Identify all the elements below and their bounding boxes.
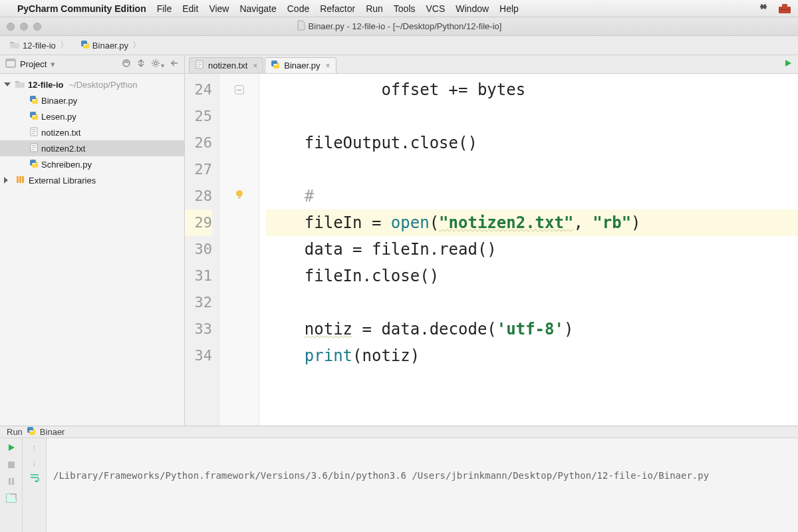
python-file-icon xyxy=(80,40,90,51)
tree-external-libraries[interactable]: External Libraries xyxy=(0,172,184,188)
svg-point-6 xyxy=(154,62,157,65)
document-icon xyxy=(297,20,306,33)
tree-root[interactable]: 12-file-io ~/Desktop/Python xyxy=(0,76,184,92)
tree-item-label: Lesen.py xyxy=(41,112,76,122)
project-tool-header[interactable]: Project ▾ ▾ xyxy=(0,55,185,73)
python-file-icon xyxy=(29,95,39,106)
code-line[interactable]: fileIn.close() xyxy=(266,263,798,289)
tab-notizen-txt[interactable]: notizen.txt × xyxy=(189,57,263,73)
code-line[interactable] xyxy=(266,103,798,130)
python-file-icon xyxy=(27,426,36,438)
hide-tool-window-icon[interactable] xyxy=(170,59,179,70)
code-line[interactable]: # xyxy=(266,183,798,209)
tree-item-label: External Libraries xyxy=(29,176,96,186)
code-line[interactable]: data = fileIn.read() xyxy=(266,236,798,263)
svg-line-13 xyxy=(153,65,154,66)
tree-file-item[interactable]: notizen2.txt xyxy=(0,140,184,156)
python-file-icon xyxy=(29,159,39,170)
line-number[interactable]: 32 xyxy=(185,289,212,316)
line-number[interactable]: 24 xyxy=(185,76,212,103)
breadcrumb-item-folder[interactable]: 12-file-io 〉 xyxy=(5,38,74,53)
pause-icon[interactable] xyxy=(7,477,16,488)
code-area[interactable]: offset += bytes fileOutput.close() # fil… xyxy=(259,74,798,426)
code-line[interactable]: offset += bytes xyxy=(266,76,798,103)
stop-icon[interactable] xyxy=(7,460,16,471)
svg-rect-34 xyxy=(12,478,14,485)
expand-triangle-icon[interactable] xyxy=(4,177,11,184)
code-line[interactable]: fileIn = open("notizen2.txt", "rb") xyxy=(266,209,798,236)
menu-run[interactable]: Run xyxy=(366,3,383,14)
fold-toggle-icon[interactable]: − xyxy=(235,85,244,94)
collapse-all-icon[interactable] xyxy=(122,59,131,70)
window-title: Binaer.py - 12-file-io - [~/Desktop/Pyth… xyxy=(309,21,502,31)
breadcrumb: 12-file-io 〉 Binaer.py 〉 xyxy=(0,36,798,55)
line-number[interactable]: 28 xyxy=(185,183,212,209)
soft-wrap-icon[interactable] xyxy=(29,473,40,484)
down-arrow-icon[interactable]: ↓ xyxy=(32,458,37,467)
menu-vcs[interactable]: VCS xyxy=(426,3,446,14)
tray-puzzle-icon[interactable] xyxy=(759,2,771,14)
code-line[interactable]: print(notiz) xyxy=(266,342,798,369)
close-tab-icon[interactable]: × xyxy=(253,61,257,70)
menu-navigate[interactable]: Navigate xyxy=(239,3,276,14)
code-line[interactable] xyxy=(266,289,798,316)
line-number-gutter[interactable]: 2425262728293031323334 xyxy=(185,74,219,426)
menu-code[interactable]: Code xyxy=(287,3,309,14)
close-tab-icon[interactable]: × xyxy=(325,61,330,70)
svg-rect-36 xyxy=(7,494,10,502)
line-number[interactable]: 27 xyxy=(185,156,212,183)
run-config-name[interactable]: Binaer xyxy=(40,427,65,437)
run-console[interactable]: /Library/Frameworks/Python.framework/Ver… xyxy=(47,438,798,532)
breadcrumb-item-file[interactable]: Binaer.py 〉 xyxy=(76,38,146,53)
project-tool-label: Project xyxy=(20,59,47,69)
line-number[interactable]: 33 xyxy=(185,316,212,342)
run-tool-header[interactable]: Run Binaer xyxy=(0,426,798,438)
menu-tools[interactable]: Tools xyxy=(394,3,416,14)
line-number[interactable]: 26 xyxy=(185,130,212,156)
line-number[interactable]: 25 xyxy=(185,103,212,130)
main-area: 12-file-io ~/Desktop/Python Binaer.pyLes… xyxy=(0,74,798,426)
rerun-icon[interactable] xyxy=(6,442,17,455)
svg-line-12 xyxy=(158,65,158,66)
line-number[interactable]: 31 xyxy=(185,263,212,289)
run-toolbar-primary xyxy=(0,438,23,532)
chevron-down-icon[interactable]: ▾ xyxy=(51,59,55,69)
line-number[interactable]: 30 xyxy=(185,236,212,263)
settings-gear-icon[interactable]: ▾ xyxy=(151,59,164,70)
layout-settings-icon[interactable] xyxy=(6,493,17,505)
tool-row: Project ▾ ▾ notizen.txt × Binaer.py × xyxy=(0,55,798,74)
intention-bulb-icon[interactable] xyxy=(235,190,244,203)
menu-edit[interactable]: Edit xyxy=(182,3,198,14)
code-line[interactable]: notiz = data.decode('utf-8') xyxy=(266,316,798,342)
run-toolbar-secondary: ↑ ↓ xyxy=(23,438,47,532)
code-editor[interactable]: 2425262728293031323334 − offset += bytes… xyxy=(185,74,798,426)
line-number[interactable]: 29 xyxy=(185,209,212,236)
expand-triangle-icon[interactable] xyxy=(4,82,11,86)
tree-item-label: Binaer.py xyxy=(41,96,77,106)
window-titlebar: Binaer.py - 12-file-io - [~/Desktop/Pyth… xyxy=(0,17,798,36)
scroll-from-source-icon[interactable] xyxy=(136,59,146,70)
menu-file[interactable]: File xyxy=(157,3,172,14)
menu-refactor[interactable]: Refactor xyxy=(320,3,355,14)
code-line[interactable] xyxy=(266,156,798,183)
tree-file-item[interactable]: Lesen.py xyxy=(0,108,184,124)
tray-toolbox-icon[interactable] xyxy=(778,3,791,14)
tree-file-item[interactable]: Binaer.py xyxy=(0,92,184,108)
run-tab-label[interactable]: Run xyxy=(7,427,23,437)
project-tree[interactable]: 12-file-io ~/Desktop/Python Binaer.pyLes… xyxy=(0,74,185,426)
run-play-icon[interactable] xyxy=(783,59,793,70)
menu-help[interactable]: Help xyxy=(499,3,519,14)
code-line[interactable]: fileOutput.close() xyxy=(266,130,798,156)
text-file-icon xyxy=(29,143,39,154)
svg-rect-2 xyxy=(779,9,791,10)
fold-gutter[interactable]: − xyxy=(219,74,259,426)
tree-file-item[interactable]: Schreiben.py xyxy=(0,156,184,172)
tab-binaer-py[interactable]: Binaer.py × xyxy=(265,57,336,73)
up-arrow-icon[interactable]: ↑ xyxy=(32,442,37,452)
menu-view[interactable]: View xyxy=(209,3,229,14)
app-name[interactable]: PyCharm Community Edition xyxy=(17,3,146,14)
svg-rect-28 xyxy=(19,176,21,183)
menu-window[interactable]: Window xyxy=(456,3,489,14)
tree-file-item[interactable]: notizen.txt xyxy=(0,124,184,140)
line-number[interactable]: 34 xyxy=(185,342,212,369)
